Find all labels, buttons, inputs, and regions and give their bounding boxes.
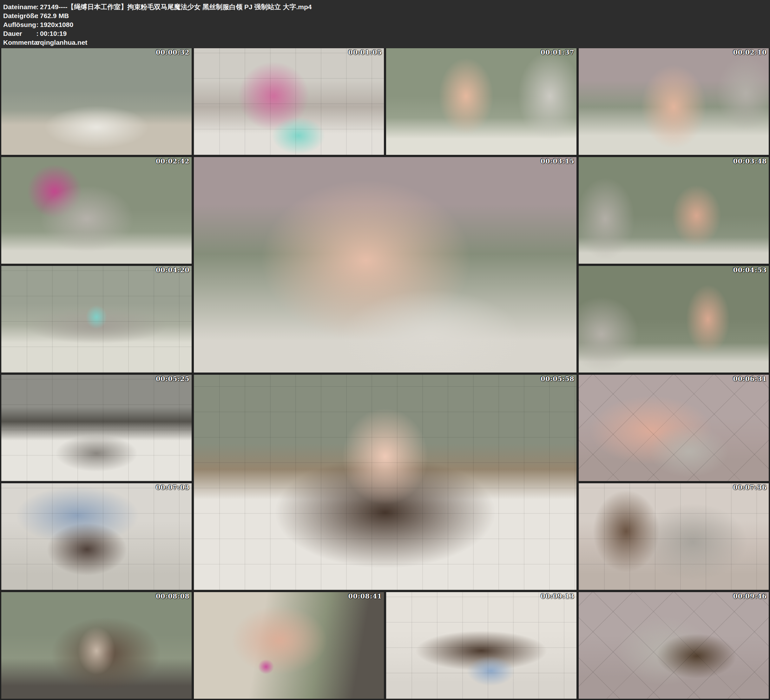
timestamp-overlay: 00:04:20 — [156, 266, 189, 274]
video-thumbnail: 00:05:25 — [1, 375, 192, 481]
video-thumbnail: 00:05:58 — [194, 375, 576, 590]
timestamp-overlay: 00:08:41 — [348, 592, 382, 600]
field-separator: : — [35, 11, 40, 20]
field-kommentar: Kommentar : qinglanhua.net — [3, 38, 770, 47]
comment-value: qinglanhua.net — [40, 38, 770, 47]
filename-value: 27149----【绳缚日本工作室】拘束粉毛双马尾魔法少女 黑丝制服白领 PJ … — [40, 3, 770, 11]
video-thumbnail: 00:04:53 — [579, 266, 769, 373]
field-label: Dateiname — [3, 3, 35, 11]
field-separator: : — [35, 38, 40, 47]
field-label: Dateigröße — [3, 11, 35, 20]
timestamp-overlay: 00:00:32 — [156, 49, 189, 56]
field-dateigroesse: Dateigröße : 762.9 MB — [3, 11, 770, 20]
file-info-header: Dateiname : 27149----【绳缚日本工作室】拘束粉毛双马尾魔法少… — [0, 0, 770, 48]
field-label: Dauer — [3, 29, 35, 38]
timestamp-overlay: 00:01:37 — [540, 49, 574, 56]
resolution-value: 1920x1080 — [40, 20, 770, 29]
field-separator: : — [35, 20, 40, 29]
timestamp-overlay: 00:09:46 — [733, 592, 767, 600]
field-label: Kommentar — [3, 38, 35, 47]
field-aufloesung: Auflösung : 1920x1080 — [3, 20, 770, 29]
filesize-value: 762.9 MB — [40, 11, 770, 20]
video-thumbnail: 00:07:03 — [1, 483, 192, 590]
video-thumbnail: 00:08:41 — [194, 592, 384, 699]
video-thumbnail: 00:03:48 — [579, 157, 769, 264]
timestamp-overlay: 00:01:05 — [348, 49, 382, 56]
thumbnail-grid: 00:00:32 00:01:05 00:01:37 00:02:10 00:0… — [0, 48, 770, 700]
video-thumbnail: 00:04:20 — [1, 266, 192, 373]
timestamp-overlay: 00:02:42 — [156, 157, 189, 165]
field-separator: : — [35, 29, 40, 38]
timestamp-overlay: 00:07:03 — [156, 484, 189, 491]
video-thumbnail: 00:07:36 — [579, 483, 769, 590]
duration-value: 00:10:19 — [40, 29, 770, 38]
video-thumbnail: 00:08:08 — [1, 592, 192, 699]
field-label: Auflösung — [3, 20, 35, 29]
video-thumbnail: 00:01:05 — [194, 48, 384, 155]
video-thumbnail: 00:09:13 — [386, 592, 576, 699]
video-thumbnail: 00:09:46 — [579, 592, 769, 699]
field-separator: : — [35, 3, 40, 11]
timestamp-overlay: 00:05:25 — [156, 375, 189, 383]
timestamp-overlay: 00:06:31 — [733, 375, 767, 383]
timestamp-overlay: 00:09:13 — [540, 592, 574, 600]
timestamp-overlay: 00:02:10 — [733, 49, 767, 56]
video-thumbnail: 00:06:31 — [579, 375, 769, 481]
video-thumbnail: 00:01:37 — [386, 48, 576, 155]
timestamp-overlay: 00:03:15 — [540, 157, 574, 165]
timestamp-overlay: 00:07:36 — [733, 484, 767, 491]
video-thumbnail: 00:03:15 — [194, 157, 576, 373]
field-dateiname: Dateiname : 27149----【绳缚日本工作室】拘束粉毛双马尾魔法少… — [3, 3, 770, 11]
video-thumbnail: 00:02:42 — [1, 157, 192, 264]
timestamp-overlay: 00:04:53 — [733, 266, 767, 274]
timestamp-overlay: 00:05:58 — [540, 375, 574, 383]
video-thumbnail: 00:00:32 — [1, 48, 192, 155]
timestamp-overlay: 00:03:48 — [733, 157, 767, 165]
video-thumbnail: 00:02:10 — [579, 48, 769, 155]
timestamp-overlay: 00:08:08 — [156, 592, 189, 600]
field-dauer: Dauer : 00:10:19 — [3, 29, 770, 38]
